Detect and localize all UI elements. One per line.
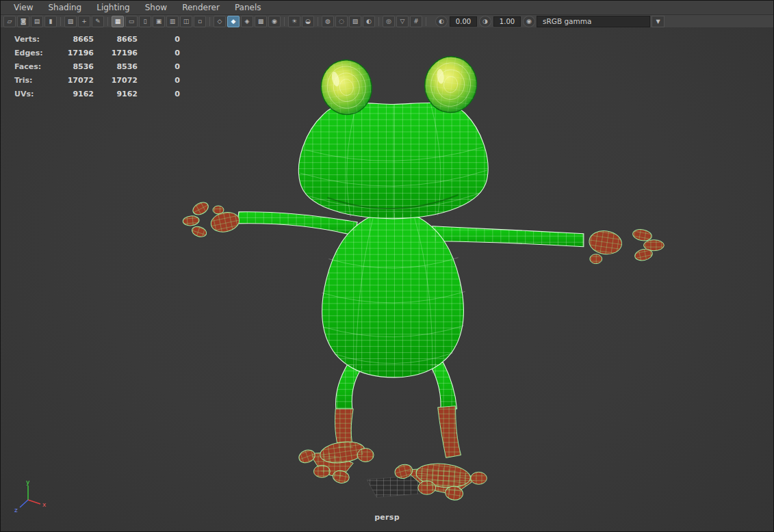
toolbar-separator (378, 17, 379, 26)
hud-label: Faces: (14, 60, 50, 74)
gamma-icon[interactable]: ◑ (479, 16, 491, 27)
panel-menu-bar: ViewShadingLightingShowRendererPanels (1, 1, 773, 15)
screen-space-ao-icon[interactable]: ◍ (322, 16, 334, 27)
viewport[interactable]: Verts:866586650Edges:17196171960Faces:85… (1, 27, 773, 531)
hud-row-verts: Verts:866586650 (14, 33, 180, 46)
frog-model[interactable] (1, 27, 773, 531)
toolbar-separator (284, 17, 285, 26)
depth-of-field-icon[interactable]: ◐ (363, 16, 375, 27)
exposure-group: ◐ ◑ ◉ sRGB gamma ▼ (435, 16, 665, 27)
shadows-icon[interactable]: ◒ (302, 16, 314, 27)
frog-body-wireframe (237, 103, 584, 411)
view-transform-dropdown-arrow[interactable]: ▼ (652, 16, 665, 27)
wireframe-on-shaded-icon[interactable]: ◉ (268, 16, 281, 27)
hud-label: Tris: (14, 74, 50, 88)
menu-shading[interactable]: Shading (40, 1, 89, 14)
menu-renderer[interactable]: Renderer (175, 1, 227, 14)
use-default-material-icon[interactable]: ▩ (255, 16, 267, 27)
hud-value: 0 (138, 60, 180, 74)
toolbar-separator (318, 17, 318, 26)
viewport-toolbar: ▱◙▤▮▨+✎▦▭▯▣▥◫▫◇◆◈▩◉☀◒◍◌▧◐◎▽# ◐ ◑ ◉ sRGB … (1, 15, 773, 29)
hud-label: UVs: (14, 88, 50, 101)
camera-label: persp (1, 513, 773, 522)
gamma-input[interactable] (493, 16, 521, 27)
hud-value: 8536 (94, 60, 138, 74)
view-transform-select[interactable]: sRGB gamma (537, 16, 650, 27)
xray-icon[interactable]: ▽ (396, 16, 409, 27)
camera-attributes-icon[interactable]: ▤ (31, 16, 43, 27)
menu-lighting[interactable]: Lighting (89, 1, 138, 14)
hud-row-tris: Tris:17072170720 (14, 74, 180, 88)
hud-value: 17072 (50, 74, 94, 88)
menu-show[interactable]: Show (138, 1, 175, 14)
hud-label: Verts: (14, 33, 50, 46)
isolate-select-icon[interactable]: ◎ (383, 16, 395, 27)
gate-mask-icon[interactable]: ▣ (153, 16, 165, 27)
wireframe-icon[interactable]: ◇ (214, 16, 226, 27)
smooth-shade-all-icon[interactable]: ◆ (227, 16, 240, 27)
film-gate-icon[interactable]: ▭ (125, 16, 138, 27)
toolbar-separator (426, 17, 426, 26)
motion-blur-icon[interactable]: ◌ (335, 16, 348, 27)
hud-label: Edges: (14, 46, 50, 60)
exposure-icon[interactable]: ◐ (435, 16, 448, 27)
select-camera-icon[interactable]: ▱ (3, 16, 16, 27)
toolbar-separator (209, 17, 210, 26)
hud-value: 8665 (50, 33, 94, 46)
grid-icon[interactable]: ▦ (112, 16, 124, 27)
color-management-icon[interactable]: ◉ (523, 16, 535, 27)
xray-joints-icon[interactable]: # (410, 16, 422, 27)
multisample-aa-icon[interactable]: ▧ (349, 16, 361, 27)
2d-pan-zoom-icon[interactable]: + (78, 16, 90, 27)
x-axis-line (28, 500, 40, 504)
safe-action-icon[interactable]: ◫ (180, 16, 192, 27)
hud-row-edges: Edges:17196171960 (14, 46, 180, 60)
toolbar-separator (107, 17, 108, 26)
hud-value: 0 (138, 33, 180, 46)
grease-pencil-icon[interactable]: ✎ (92, 16, 104, 27)
maya-viewport-window: ViewShadingLightingShowRendererPanels ▱◙… (0, 0, 774, 532)
safe-title-icon[interactable]: ▫ (194, 16, 206, 27)
exposure-input[interactable] (450, 16, 477, 27)
menu-panels[interactable]: Panels (227, 1, 269, 14)
lock-camera-icon[interactable]: ◙ (17, 16, 29, 27)
bookmark-icon[interactable]: ▮ (44, 16, 57, 27)
hud-value: 8536 (50, 60, 94, 74)
hud-value: 0 (138, 88, 180, 101)
textured-icon[interactable]: ◈ (241, 16, 253, 27)
axis-gizmo: y x z (12, 478, 50, 516)
resolution-gate-icon[interactable]: ▯ (139, 16, 151, 27)
hud-value: 17196 (50, 46, 94, 60)
hud-value: 0 (138, 46, 180, 60)
field-chart-icon[interactable]: ▥ (166, 16, 179, 27)
hud-value: 9162 (94, 88, 138, 101)
image-plane-icon[interactable]: ▨ (64, 16, 77, 27)
y-axis-label: y (26, 479, 30, 486)
lighting-icon[interactable]: ☀ (288, 16, 300, 27)
menu-view[interactable]: View (6, 1, 40, 14)
hud-value: 0 (138, 74, 180, 88)
z-axis-line (20, 500, 28, 507)
hud-row-uvs: UVs:916291620 (14, 88, 180, 101)
hud-value: 17072 (94, 74, 138, 88)
hud-row-faces: Faces:853685360 (14, 60, 180, 74)
poly-count-hud: Verts:866586650Edges:17196171960Faces:85… (14, 33, 180, 101)
hud-value: 8665 (94, 33, 138, 46)
hud-value: 9162 (50, 88, 94, 101)
hud-value: 17196 (94, 46, 138, 60)
x-axis-label: x (42, 501, 47, 508)
toolbar-separator (60, 17, 61, 26)
toolbar-icon-strip: ▱◙▤▮▨+✎▦▭▯▣▥◫▫◇◆◈▩◉☀◒◍◌▧◐◎▽# (3, 16, 428, 27)
